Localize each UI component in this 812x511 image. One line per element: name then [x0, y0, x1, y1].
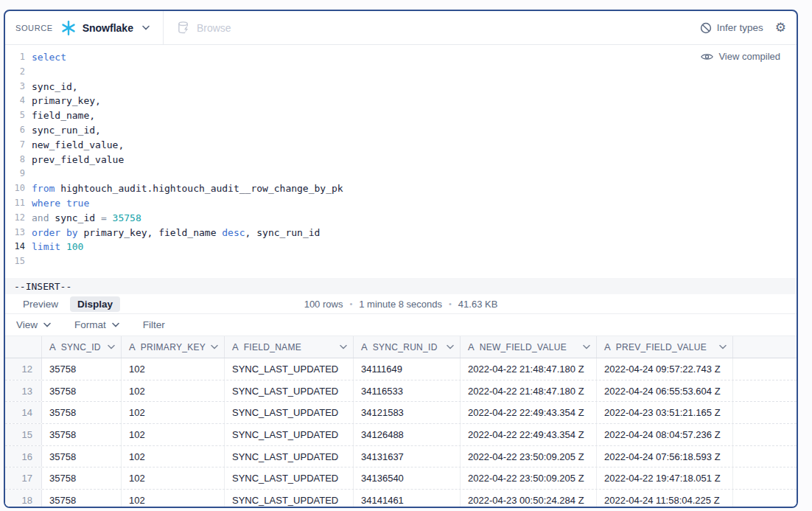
column-header-field_name[interactable]: AFIELD_NAME: [225, 336, 354, 358]
row-number: 14: [5, 402, 42, 423]
table-cell: 2022-04-22 19:47:18.051 Z: [597, 467, 733, 489]
vim-mode-indicator: --INSERT--: [14, 281, 71, 292]
table-cell: 34121583: [354, 402, 461, 423]
snowflake-icon: [60, 20, 77, 36]
column-header-prev_field_value[interactable]: APREV_FIELD_VALUE: [597, 336, 733, 358]
column-name: PREV_FIELD_VALUE: [616, 342, 707, 352]
table-row[interactable]: 1435758102SYNC_LAST_UPDATED341215832022-…: [5, 402, 797, 424]
line-number: 12: [5, 211, 32, 226]
column-header-sync_id[interactable]: ASYNC_ID: [42, 336, 122, 358]
sort-chevron-icon[interactable]: [583, 344, 590, 350]
code-text: primary_key,: [32, 94, 101, 108]
sort-chevron-icon[interactable]: [719, 344, 727, 350]
table-row[interactable]: 1535758102SYNC_LAST_UPDATED341264882022-…: [5, 424, 797, 446]
table-cell: 34136540: [354, 467, 461, 489]
code-line: 12and sync_id = 35758: [5, 211, 797, 226]
separator-dot: •: [349, 299, 352, 308]
table-cell: 2022-04-22 23:50:09.205 Z: [461, 467, 597, 489]
format-menu[interactable]: Format: [74, 319, 119, 330]
code-line: 1select: [5, 50, 797, 65]
view-menu[interactable]: View: [16, 319, 51, 330]
column-name: SYNC_RUN_ID: [373, 342, 438, 352]
code-text: and sync_id = 35758: [32, 211, 141, 226]
tab-display[interactable]: Display: [70, 296, 120, 312]
separator-dot: •: [449, 299, 452, 308]
browse-button[interactable]: Browse: [163, 11, 245, 44]
table-cell: 34116533: [354, 380, 461, 402]
format-menu-label: Format: [74, 319, 106, 330]
table-row[interactable]: 1835758102SYNC_LAST_UPDATED341414612022-…: [5, 490, 797, 507]
vim-mode-bar: --INSERT--: [5, 278, 797, 294]
sort-chevron-icon[interactable]: [211, 344, 218, 350]
filter-label: Filter: [143, 319, 165, 330]
column-name: SYNC_ID: [61, 342, 101, 352]
code-line: 3sync_id,: [5, 80, 797, 94]
table-cell: 2022-04-24 09:57:22.743 Z: [597, 358, 733, 380]
table-row[interactable]: 1335758102SYNC_LAST_UPDATED341165332022-…: [5, 380, 797, 403]
table-cell: 2022-04-23 00:50:24.284 Z: [461, 490, 597, 507]
row-count: 100 rows: [304, 299, 343, 310]
view-compiled-button[interactable]: View compiled: [701, 51, 780, 62]
code-line: 14limit 100: [5, 240, 797, 254]
tab-preview[interactable]: Preview: [15, 296, 66, 312]
sort-chevron-icon[interactable]: [340, 344, 347, 350]
column-header-new_field_value[interactable]: ANEW_FIELD_VALUE: [461, 336, 597, 358]
sort-chevron-icon[interactable]: [447, 344, 454, 350]
code-line: 15: [5, 254, 797, 269]
code-line: 7new_field_value,: [5, 138, 797, 153]
table-cell: SYNC_LAST_UPDATED: [225, 467, 354, 489]
table-cell: 102: [122, 490, 225, 507]
column-header-sync_run_id[interactable]: ASYNC_RUN_ID: [354, 336, 461, 358]
table-row[interactable]: 1635758102SYNC_LAST_UPDATED341316372022-…: [5, 446, 797, 468]
gear-icon[interactable]: ⚙: [775, 21, 786, 34]
table-cell: 2022-04-22 21:48:47.180 Z: [461, 358, 597, 380]
sql-code-editor[interactable]: 1select23sync_id,4primary_key,5field_nam…: [5, 45, 797, 278]
table-cell: 34131637: [354, 446, 461, 467]
infer-types-button[interactable]: Infer types: [700, 22, 763, 34]
filler-cell: [733, 467, 797, 489]
type-string-icon: A: [361, 341, 368, 352]
table-cell: SYNC_LAST_UPDATED: [225, 380, 354, 402]
table-cell: 102: [122, 424, 225, 445]
table-cell: 35758: [42, 490, 122, 507]
table-cell: 2022-04-22 21:48:47.180 Z: [461, 380, 597, 402]
result-size: 41.63 KB: [458, 299, 498, 310]
table-cell: 2022-04-22 23:50:09.205 Z: [461, 446, 597, 467]
code-line: 4primary_key,: [5, 94, 797, 108]
table-row[interactable]: 1735758102SYNC_LAST_UPDATED341365402022-…: [5, 467, 797, 490]
column-header-primary_key[interactable]: APRIMARY_KEY: [122, 336, 225, 358]
code-line: 10from hightouch_audit.hightouch_audit__…: [5, 181, 797, 196]
source-name: Snowflake: [83, 22, 133, 34]
line-number: 11: [5, 196, 32, 211]
type-string-icon: A: [129, 341, 136, 352]
code-text: order by primary_key, field_name desc, s…: [32, 226, 320, 240]
table-cell: 35758: [42, 446, 122, 467]
line-number: 4: [5, 94, 32, 108]
table-cell: SYNC_LAST_UPDATED: [225, 402, 354, 423]
row-number: 12: [5, 358, 42, 380]
column-name: FIELD_NAME: [244, 342, 301, 352]
line-number: 3: [5, 80, 32, 94]
table-row[interactable]: 1235758102SYNC_LAST_UPDATED341116492022-…: [5, 358, 797, 380]
table-cell: 35758: [42, 467, 122, 489]
table-cell: 34126488: [354, 424, 461, 445]
source-selector[interactable]: SOURCE Snowflake: [5, 11, 163, 44]
code-text: sync_id,: [32, 80, 78, 94]
filter-button[interactable]: Filter: [143, 319, 165, 330]
code-text: field_name,: [32, 108, 95, 123]
line-number: 9: [5, 167, 32, 181]
code-line: 13order by primary_key, field_name desc,…: [5, 226, 797, 240]
code-text: where true: [32, 196, 89, 211]
query-status: 100 rows • 1 minute 8 seconds • 41.63 KB: [304, 299, 498, 310]
table-body: 1235758102SYNC_LAST_UPDATED341116492022-…: [5, 358, 797, 507]
type-string-icon: A: [232, 341, 239, 352]
chevron-down-icon: [112, 322, 119, 327]
table-cell: 102: [122, 380, 225, 402]
slash-circle-icon: [700, 22, 712, 34]
filler-cell: [733, 424, 797, 445]
sql-editor-panel: SOURCE Snowflake: [4, 10, 798, 508]
code-text: sync_run_id,: [32, 123, 101, 138]
line-number: 13: [5, 226, 32, 240]
sort-chevron-icon[interactable]: [108, 344, 115, 350]
code-line: 8prev_field_value: [5, 153, 797, 167]
